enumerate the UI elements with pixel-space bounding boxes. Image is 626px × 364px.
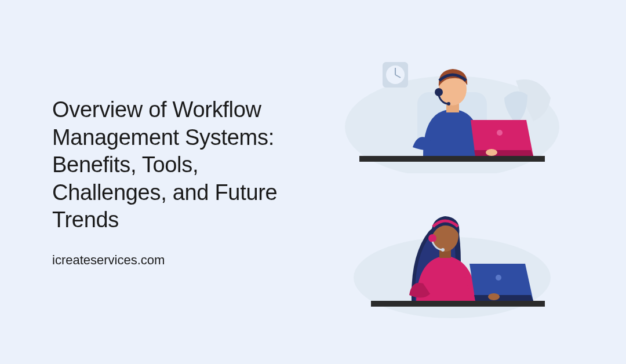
man-at-desk-icon (342, 46, 562, 173)
woman-at-desk-icon (342, 191, 562, 318)
svg-point-17 (428, 234, 436, 242)
svg-point-18 (441, 248, 445, 252)
source-domain: icreateservices.com (52, 253, 301, 268)
svg-rect-13 (359, 156, 545, 162)
page-title: Overview of Workflow Management Systems:… (52, 96, 301, 234)
illustration-man-headset-laptop (342, 46, 562, 173)
illustration-woman-headset-laptop (342, 191, 562, 318)
svg-rect-21 (371, 301, 545, 307)
svg-point-10 (447, 102, 450, 105)
svg-point-11 (497, 130, 503, 136)
illustration-column (313, 46, 626, 318)
text-block: Overview of Workflow Management Systems:… (0, 96, 313, 268)
svg-point-9 (435, 88, 443, 96)
svg-point-12 (486, 149, 497, 156)
svg-point-19 (496, 275, 501, 281)
svg-point-20 (488, 293, 500, 300)
